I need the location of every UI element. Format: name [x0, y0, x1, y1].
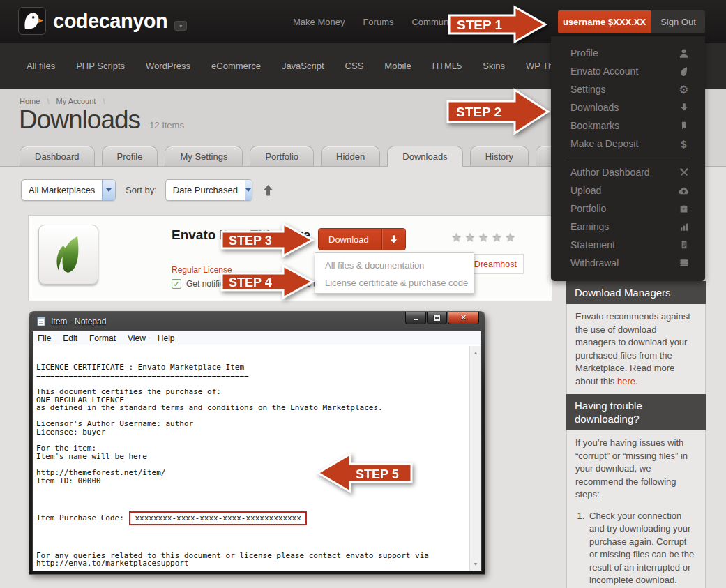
- menu-earnings-label: Earnings: [570, 221, 609, 232]
- download-managers-box: Download Managers Envato recommends agai…: [566, 281, 706, 395]
- trouble-intro: If you’re having issues with “corrupt” o…: [575, 437, 688, 499]
- breadcrumb-home[interactable]: Home: [20, 97, 40, 105]
- menu-divider: [565, 158, 691, 158]
- logo-chevron-down-icon[interactable]: ▾: [174, 21, 187, 31]
- menu-profile[interactable]: Profile: [551, 44, 705, 62]
- notepad-line: as defined in the standard terms and con…: [36, 404, 469, 412]
- tools-icon: [678, 167, 690, 177]
- menu-view[interactable]: View: [128, 333, 146, 343]
- sort-select[interactable]: Date Purchased: [165, 179, 252, 201]
- nav-forums[interactable]: Forums: [363, 17, 393, 27]
- menu-settings[interactable]: Settings ⚙: [551, 80, 705, 98]
- download-options-menu: All files & documentation License certif…: [315, 252, 474, 294]
- tab-portfolio[interactable]: Portfolio: [250, 146, 314, 166]
- download-button[interactable]: Download: [318, 228, 406, 250]
- menu-downloads[interactable]: Downloads: [551, 98, 705, 116]
- nav-wordpress[interactable]: WordPress: [146, 61, 190, 71]
- download-managers-body: Envato recommends against the use of dow…: [566, 304, 706, 395]
- account-dropdown-menu: Profile Envato Account Settings ⚙ Downlo…: [551, 36, 705, 281]
- sort-ascending-icon[interactable]: [263, 184, 273, 197]
- username-balance-button[interactable]: username $XXX.XX: [558, 10, 651, 33]
- nav-skins[interactable]: Skins: [483, 61, 505, 71]
- maximize-icon: [434, 315, 440, 321]
- purchase-code-value: xxxxxxxx-xxxx-xxxx-xxxx-xxxxxxxxxxxx: [129, 511, 306, 526]
- menu-envato-account-label: Envato Account: [570, 66, 638, 77]
- tab-my-settings[interactable]: My Settings: [165, 146, 243, 166]
- menu-edit[interactable]: Edit: [63, 333, 77, 343]
- scroll-down-icon[interactable]: ▼: [470, 559, 481, 569]
- nav-mobile[interactable]: Mobile: [384, 61, 411, 71]
- option-all-files[interactable]: All files & documentation: [315, 257, 474, 274]
- document-icon: [678, 240, 690, 250]
- sign-out-button[interactable]: Sign Out: [651, 10, 705, 33]
- here-link[interactable]: here: [617, 376, 635, 386]
- codecanyon-downloads-page: codecanyon ▾ Make Money Forums Community…: [0, 0, 726, 588]
- menu-portfolio[interactable]: Portfolio: [551, 199, 705, 218]
- tab-downloads[interactable]: Downloads: [387, 146, 462, 167]
- close-button[interactable]: ✕: [448, 312, 479, 324]
- menu-statement-label: Statement: [570, 239, 615, 250]
- tab-history[interactable]: History: [470, 146, 529, 166]
- rating-stars[interactable]: ★★★★★: [451, 231, 518, 246]
- breadcrumb-separator: \: [47, 97, 49, 105]
- tab-dashboard[interactable]: Dashboard: [20, 146, 95, 166]
- bar-chart-icon: [678, 222, 690, 232]
- download-button-label: Download: [319, 234, 381, 245]
- download-managers-title: Download Managers: [566, 281, 706, 304]
- cloud-upload-icon: [678, 186, 690, 196]
- window-controls: ✕: [404, 312, 479, 324]
- menu-withdrawal[interactable]: Withdrawal: [551, 254, 705, 272]
- tab-hidden[interactable]: Hidden: [321, 146, 380, 166]
- notepad-scrollbar[interactable]: ▲ ▼: [469, 346, 481, 571]
- nav-html5[interactable]: HTML5: [432, 61, 462, 71]
- minimize-icon: [413, 319, 419, 321]
- tab-profile[interactable]: Profile: [102, 146, 158, 166]
- gear-icon: ⚙: [678, 83, 690, 96]
- menu-help[interactable]: Help: [158, 333, 175, 343]
- minimize-button[interactable]: [405, 312, 426, 324]
- download-managers-period: .: [635, 376, 638, 386]
- select-chevron-icon: [245, 180, 252, 200]
- marketplace-select-value: All Marketplaces: [22, 185, 102, 195]
- menu-make-a-deposit[interactable]: Make a Deposit $: [551, 135, 705, 153]
- item-count: 12 Items: [149, 120, 184, 130]
- notepad-titlebar[interactable]: Item - Notepad ✕: [32, 312, 482, 331]
- download-arrow-icon: [381, 229, 405, 250]
- menu-statement[interactable]: Statement: [551, 236, 705, 254]
- nav-ecommerce[interactable]: eCommerce: [211, 61, 261, 71]
- menu-settings-label: Settings: [570, 84, 606, 95]
- nav-javascript[interactable]: JavaScript: [282, 61, 324, 71]
- menu-make-a-deposit-label: Make a Deposit: [570, 138, 638, 149]
- purchase-code-label: Item Purchase Code:: [36, 514, 128, 522]
- codecanyon-bird-icon: [18, 7, 46, 35]
- menu-earnings[interactable]: Earnings: [551, 218, 705, 236]
- page-title: Downloads: [19, 105, 140, 135]
- menu-bookmarks[interactable]: Bookmarks: [551, 116, 705, 135]
- maximize-button[interactable]: [427, 312, 447, 324]
- scroll-up-icon[interactable]: ▲: [470, 347, 481, 358]
- dollar-icon: $: [678, 138, 690, 150]
- step-4-label: STEP 4: [229, 276, 272, 289]
- menu-author-dashboard[interactable]: Author Dashboard: [551, 163, 705, 181]
- menu-file[interactable]: File: [38, 333, 51, 343]
- option-license-certificate[interactable]: License certificate & purchase code: [315, 274, 474, 292]
- menu-format[interactable]: Format: [89, 333, 116, 343]
- menu-envato-account[interactable]: Envato Account: [551, 62, 705, 80]
- nav-php-scripts[interactable]: PHP Scripts: [76, 61, 125, 71]
- notepad-menubar: File Edit Format View Help: [33, 331, 481, 345]
- breadcrumb-my-account[interactable]: My Account: [56, 97, 96, 105]
- notify-checkbox[interactable]: ✓: [172, 279, 181, 289]
- menu-upload[interactable]: Upload: [551, 181, 705, 199]
- marketplace-select[interactable]: All Marketplaces: [21, 179, 116, 201]
- nav-css[interactable]: CSS: [345, 61, 364, 71]
- nav-all-files[interactable]: All files: [27, 61, 55, 71]
- menu-downloads-label: Downloads: [570, 102, 619, 113]
- step-3-arrow: STEP 3: [220, 222, 315, 258]
- codecanyon-logo[interactable]: codecanyon ▾: [18, 7, 187, 35]
- notepad-line: [36, 543, 469, 552]
- item-thumbnail[interactable]: [38, 225, 98, 285]
- step-3-label: STEP 3: [229, 234, 272, 248]
- nav-make-money[interactable]: Make Money: [293, 17, 345, 27]
- notepad-body: File Edit Format View Help LICENCE CERTI…: [32, 331, 482, 571]
- step-4-arrow: STEP 4: [220, 264, 315, 300]
